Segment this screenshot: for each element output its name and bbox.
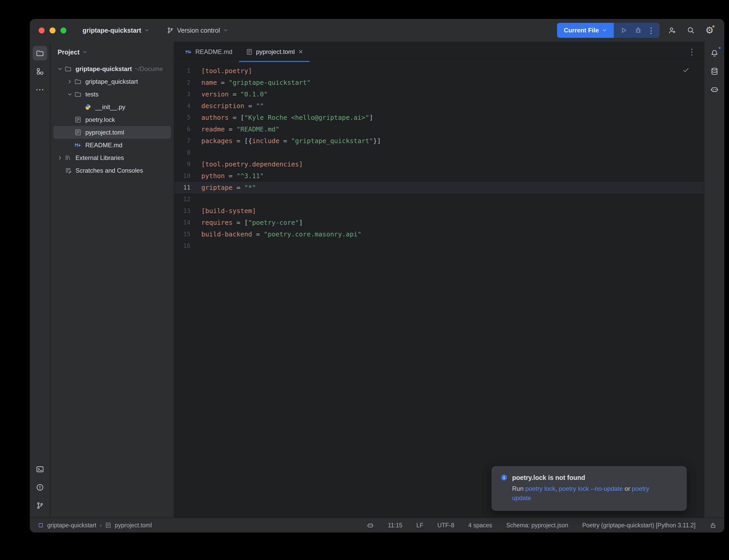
tree-item-external-libraries[interactable]: External Libraries (53, 151, 171, 164)
breadcrumb-pyproject-toml[interactable]: pyproject.toml (115, 522, 152, 529)
more-tool-windows-button[interactable]: ⋯ (33, 82, 47, 97)
zoom-window-button[interactable] (60, 27, 66, 33)
tree-item-label: tests (85, 91, 99, 98)
chevron-right-icon[interactable] (65, 79, 74, 85)
editor-tab-bar: README.mdpyproject.toml× ⋮ (174, 42, 704, 62)
status-11-15[interactable]: 11:15 (388, 522, 403, 529)
ide-window: griptape-quickstart Version control Curr… (30, 19, 724, 533)
terminal-icon (36, 465, 44, 473)
line-text: readme = "README.md" (194, 123, 279, 135)
editor-line-9: 9[tool.poetry.dependencies] (174, 158, 704, 170)
unlock-icon[interactable] (710, 522, 717, 529)
chevron-down-icon (82, 50, 87, 55)
editor-line-13: 13[build-system] (174, 205, 704, 217)
structure-tool-window-button[interactable] (33, 64, 47, 79)
notification-link-poetry-lock[interactable]: poetry lock (525, 485, 556, 492)
tree-item-label: README.md (85, 142, 122, 149)
problems-tool-window-button[interactable] (33, 480, 47, 495)
line-number: 5 (174, 112, 194, 123)
line-text: [tool.poetry] (194, 65, 252, 77)
run-configuration-button[interactable]: Current File (557, 23, 614, 38)
status-schema-pyproject-json[interactable]: Schema: pyproject.json (506, 522, 568, 529)
run-configuration-label: Current File (564, 27, 599, 34)
editor-line-6: 6readme = "README.md" (174, 123, 704, 135)
vcs-widget[interactable]: Version control (166, 27, 228, 34)
close-window-button[interactable] (39, 27, 45, 33)
tab-readme-md[interactable]: README.md (178, 42, 239, 62)
editor-line-11: 11griptape = "*" (174, 182, 704, 193)
line-text: version = "0.1.0" (194, 88, 268, 100)
project-widget[interactable]: griptape-quickstart (82, 27, 149, 34)
main-area: ⋯ Project griptape-quickstart~/Documegri… (30, 42, 724, 517)
copilot-robot-icon (710, 85, 719, 94)
toml-icon (105, 522, 111, 528)
tree-item-scratches-and-consoles[interactable]: Scratches and Consoles (53, 164, 171, 177)
tree-item-path: ~/Docume (134, 65, 163, 73)
notification-body: Run poetry lock, poetry lock --no-update… (512, 484, 668, 503)
status-utf-8[interactable]: UTF-8 (438, 522, 454, 529)
line-number: 15 (174, 228, 194, 240)
tree-item-pyproject-toml[interactable]: pyproject.toml (53, 126, 171, 139)
bell-icon (710, 49, 719, 57)
search-everywhere-button[interactable] (685, 24, 697, 36)
tree-item-poetry-lock[interactable]: poetry.lock (53, 113, 171, 126)
tab-pyproject-toml[interactable]: pyproject.toml× (239, 42, 310, 62)
chevron-down-icon[interactable] (55, 66, 65, 72)
code-with-me-button[interactable] (666, 24, 678, 36)
close-tab-icon[interactable]: × (298, 48, 303, 55)
chevron-down-icon[interactable] (65, 92, 74, 97)
tree-item-label: poetry.lock (85, 116, 115, 123)
line-text (194, 240, 201, 252)
line-text: description = "" (194, 100, 264, 112)
notification-text: or (623, 485, 632, 492)
git-tool-window-button[interactable] (33, 498, 47, 513)
editor-line-10: 10python = "^3.11" (174, 170, 704, 182)
settings-button[interactable]: ⚙ (704, 24, 716, 36)
notification-link-poetry-lock-no-update[interactable]: poetry lock --no-update (559, 485, 623, 492)
line-number: 1 (174, 65, 194, 77)
editor-line-14: 14requires = ["poetry-core"] (174, 217, 704, 228)
editor-line-1: 1[tool.poetry] (174, 65, 704, 77)
tabs-container: README.mdpyproject.toml× (178, 42, 309, 62)
status-breadcrumb: griptape-quickstart›pyproject.toml (38, 522, 152, 529)
editor-line-2: 2name = "griptape-quickstart" (174, 77, 704, 88)
editor-body[interactable]: 1[tool.poetry]2name = "griptape-quicksta… (174, 62, 704, 517)
git-branch-icon (166, 27, 174, 34)
project-tool-window-button[interactable] (33, 46, 47, 60)
lockfile-icon (74, 116, 82, 123)
run-more-actions-button[interactable]: ⋮ (646, 23, 656, 38)
notifications-button[interactable] (707, 46, 722, 60)
copilot-tool-window-button[interactable] (707, 82, 722, 97)
code-lines: 1[tool.poetry]2name = "griptape-quicksta… (174, 65, 704, 252)
line-number: 8 (174, 147, 194, 158)
project-panel-header[interactable]: Project (50, 42, 174, 62)
database-tool-window-button[interactable] (707, 64, 722, 79)
tab-options-button[interactable]: ⋮ (688, 48, 696, 56)
status-lf[interactable]: LF (417, 522, 424, 529)
notification-text: Run (512, 485, 525, 492)
run-button[interactable] (617, 23, 630, 38)
tree-item-griptape-quickstart[interactable]: griptape-quickstart~/Docume (53, 62, 171, 75)
inspections-ok-check-icon[interactable] (682, 66, 690, 74)
tree-item-label: griptape_quickstart (85, 78, 138, 85)
status-poetry-griptape-quickstart-python-3-11-2[interactable]: Poetry (griptape-quickstart) [Python 3.1… (582, 522, 696, 529)
debug-button[interactable] (631, 23, 645, 38)
line-number: 13 (174, 205, 194, 217)
line-number: 6 (174, 123, 194, 135)
minimize-window-button[interactable] (50, 27, 55, 33)
libraries-icon (65, 154, 72, 161)
tree-item-tests[interactable]: tests (53, 88, 171, 101)
tree-item-readme-md[interactable]: README.md (53, 139, 171, 151)
tree-item-init-py[interactable]: __init__.py (53, 101, 171, 113)
breadcrumb-griptape-quickstart[interactable]: griptape-quickstart (47, 522, 96, 529)
line-text: [build-system] (194, 205, 256, 217)
play-icon (620, 26, 628, 34)
status-4-spaces[interactable]: 4 spaces (468, 522, 492, 529)
tree-item-label: Scratches and Consoles (75, 167, 143, 174)
tree-item-griptape-quickstart[interactable]: griptape_quickstart (53, 75, 171, 88)
terminal-tool-window-button[interactable] (33, 462, 47, 477)
python-icon (84, 103, 92, 110)
copilot-icon[interactable] (367, 522, 374, 529)
chevron-right-icon[interactable] (55, 155, 65, 161)
editor-line-5: 5authors = ["Kyle Roche <hello@griptape.… (174, 112, 704, 123)
